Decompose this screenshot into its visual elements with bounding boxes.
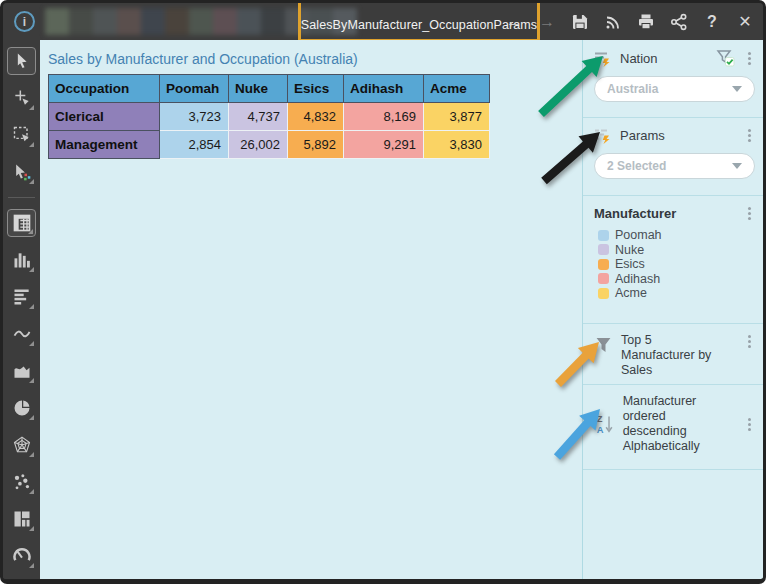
legend-item[interactable]: Acme	[598, 286, 755, 301]
legend-label: Adihash	[615, 272, 660, 286]
row-header[interactable]: Clerical	[49, 103, 160, 131]
column-header[interactable]: Esics	[288, 75, 344, 103]
close-icon[interactable]: ✕	[733, 10, 757, 34]
slicer-icon	[594, 50, 612, 67]
section-menu-icon[interactable]	[743, 205, 755, 221]
scatter-chart-tool[interactable]	[7, 468, 36, 496]
top-filter-section: Top 5 Manufacturer by Sales	[583, 324, 763, 385]
column-header[interactable]: Nuke	[229, 75, 288, 103]
sort-label: Manufacturer ordered descending Alphabet…	[623, 394, 728, 454]
legend-label: Poomah	[615, 228, 662, 242]
params-slicer-section: Params 2 Selected	[583, 118, 763, 196]
legend-swatch	[598, 273, 609, 284]
legend-swatch	[598, 259, 609, 270]
treemap-tool[interactable]	[7, 505, 36, 533]
legend-swatch	[598, 244, 609, 255]
svg-text:Z: Z	[597, 414, 603, 424]
pointer-tool[interactable]	[7, 47, 36, 75]
marquee-select-tool[interactable]	[7, 121, 36, 149]
table-cell[interactable]: 8,169	[344, 103, 424, 131]
table-cell[interactable]: 4,737	[229, 103, 288, 131]
funnel-icon	[594, 335, 613, 355]
forward-icon[interactable]: →	[535, 10, 559, 34]
column-header[interactable]: Acme	[424, 75, 490, 103]
filter-applied-icon[interactable]	[716, 49, 735, 67]
legend-title: Manufacturer	[594, 206, 676, 221]
broadcast-icon[interactable]	[601, 10, 625, 34]
params-dropdown[interactable]: 2 Selected	[594, 153, 755, 179]
table-cell[interactable]: 5,892	[288, 131, 344, 159]
section-menu-icon[interactable]	[744, 333, 755, 349]
legend-swatch	[598, 288, 609, 299]
table-header-row: Occupation Poomah Nuke Esics Adihash Acm…	[49, 75, 490, 103]
help-icon[interactable]: ?	[700, 10, 724, 34]
legend-item[interactable]: Nuke	[598, 243, 755, 258]
legend-item[interactable]: Poomah	[598, 228, 755, 243]
table-cell[interactable]: 2,854	[160, 131, 229, 159]
slicer-label: Nation	[620, 51, 658, 66]
section-menu-icon[interactable]	[744, 416, 755, 432]
table-cell[interactable]: 4,832	[288, 103, 344, 131]
nation-slicer-section: Nation Australia	[583, 40, 763, 118]
chevron-down-icon	[732, 163, 742, 169]
column-header[interactable]: Occupation	[49, 75, 160, 103]
params-label: Params	[620, 128, 665, 143]
pivot-table: Occupation Poomah Nuke Esics Adihash Acm…	[48, 74, 490, 159]
legend-item[interactable]: Adihash	[598, 272, 755, 287]
table-cell[interactable]: 26,002	[229, 131, 288, 159]
legend-label: Acme	[615, 286, 647, 300]
table-cell[interactable]: 3,877	[424, 103, 490, 131]
share-icon[interactable]	[667, 10, 691, 34]
print-icon[interactable]	[634, 10, 658, 34]
save-icon[interactable]	[568, 10, 592, 34]
nation-dropdown-value: Australia	[607, 82, 732, 96]
params-dropdown-value: 2 Selected	[607, 159, 732, 173]
table-cell[interactable]: 3,830	[424, 131, 490, 159]
table-cell[interactable]: 9,291	[344, 131, 424, 159]
section-menu-icon[interactable]	[743, 50, 755, 66]
params-slicer-icon	[594, 127, 612, 144]
sort-section: Z A Manufacturer ordered descending Alph…	[583, 385, 763, 470]
pie-chart-tool[interactable]	[7, 394, 36, 422]
app-window: i SalesByManufacturer_OccupationParams ←…	[0, 0, 766, 584]
column-header[interactable]: Poomah	[160, 75, 229, 103]
nation-dropdown[interactable]: Australia	[594, 76, 755, 102]
line-chart-tool[interactable]	[7, 320, 36, 348]
section-menu-icon[interactable]	[743, 128, 755, 144]
legend-swatch	[598, 230, 609, 241]
legend-section: Manufacturer Poomah Nuke Esics	[583, 196, 763, 324]
table-row: Management 2,854 26,002 5,892 9,291 3,83…	[49, 131, 490, 159]
table-cell[interactable]: 3,723	[160, 103, 229, 131]
legend-item[interactable]: Esics	[598, 257, 755, 272]
chevron-down-icon	[732, 86, 742, 92]
table-row: Clerical 3,723 4,737 4,832 8,169 3,877	[49, 103, 490, 131]
row-header[interactable]: Management	[49, 131, 160, 159]
tools-sidebar	[3, 40, 40, 579]
gauge-tool[interactable]	[7, 542, 36, 570]
area-chart-tool[interactable]	[7, 357, 36, 385]
column-chart-tool[interactable]	[7, 246, 36, 274]
filters-panel: Nation Australia	[582, 40, 763, 579]
legend-label: Nuke	[615, 243, 644, 257]
legend-label: Esics	[615, 257, 645, 271]
grid-view-tool[interactable]	[7, 209, 36, 237]
bar-chart-tool[interactable]	[7, 283, 36, 311]
crosshair-tool[interactable]	[7, 84, 36, 112]
radar-chart-tool[interactable]	[7, 431, 36, 459]
info-icon[interactable]: i	[14, 11, 35, 32]
column-header[interactable]: Adihash	[344, 75, 424, 103]
visual-title: Sales by Manufacturer and Occupation (Au…	[48, 51, 582, 67]
toolbar: i SalesByManufacturer_OccupationParams ←…	[3, 3, 763, 40]
multi-select-tool[interactable]	[7, 158, 36, 186]
top-filter-label: Top 5 Manufacturer by Sales	[621, 333, 728, 378]
sort-za-descending-icon: Z A	[594, 411, 615, 437]
back-icon[interactable]: ←	[502, 10, 526, 34]
sidebar-divider	[8, 197, 35, 198]
report-canvas: Sales by Manufacturer and Occupation (Au…	[40, 40, 582, 579]
svg-text:A: A	[597, 425, 604, 435]
